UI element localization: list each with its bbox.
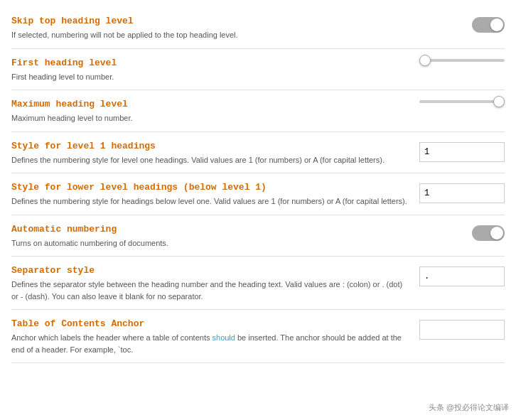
- setting-control-style-lower-level[interactable]: [419, 182, 505, 203]
- setting-row-max-heading-level: Maximum heading levelMaximum heading lev…: [11, 90, 505, 132]
- text-input-separator-style[interactable]: [419, 266, 505, 286]
- setting-title-first-heading-level: First heading level: [11, 58, 411, 68]
- setting-left-toc-anchor: Table of Contents AnchorAnchor which lab…: [11, 318, 411, 355]
- setting-left-first-heading-level: First heading levelFirst heading level t…: [11, 58, 411, 83]
- watermark: 头条 @投必得论文编译: [429, 402, 509, 413]
- setting-title-separator-style: Separator style: [11, 265, 411, 276]
- toggle-auto-numbering[interactable]: [472, 225, 505, 241]
- settings-container: Skip top heading levelIf selected, numbe…: [0, 0, 516, 370]
- toggle-track-skip-top-heading: [472, 17, 505, 33]
- setting-left-max-heading-level: Maximum heading levelMaximum heading lev…: [11, 99, 411, 124]
- setting-desc-toc-anchor: Anchor which labels the header where a t…: [11, 332, 411, 355]
- setting-title-auto-numbering: Automatic numbering: [11, 224, 411, 235]
- setting-title-max-heading-level: Maximum heading level: [11, 99, 411, 109]
- setting-desc-max-heading-level: Maximum heading level to number.: [11, 112, 411, 124]
- slider-first-heading-level[interactable]: [419, 59, 505, 62]
- highlight-should: should: [213, 333, 235, 342]
- setting-desc-style-level1: Defines the numbering style for level on…: [11, 154, 411, 166]
- setting-row-style-level1: Style for level 1 headingsDefines the nu…: [11, 132, 505, 174]
- setting-left-style-lower-level: Style for lower level headings (below le…: [11, 182, 411, 208]
- setting-desc-style-lower-level: Defines the numbering style for headings…: [11, 195, 411, 208]
- setting-row-auto-numbering: Automatic numberingTurns on automatic nu…: [11, 215, 505, 257]
- setting-row-separator-style: Separator styleDefines the separator sty…: [11, 257, 505, 310]
- toggle-track-auto-numbering: [472, 225, 505, 241]
- slider-wrapper-first-heading-level: [419, 59, 505, 62]
- setting-control-max-heading-level[interactable]: [419, 99, 505, 103]
- toggle-skip-top-heading[interactable]: [472, 17, 505, 33]
- setting-row-toc-anchor: Table of Contents AnchorAnchor which lab…: [11, 310, 505, 363]
- setting-left-skip-top-heading: Skip top heading levelIf selected, numbe…: [11, 16, 411, 41]
- setting-row-style-lower-level: Style for lower level headings (below le…: [11, 173, 505, 215]
- setting-left-separator-style: Separator styleDefines the separator sty…: [11, 265, 411, 302]
- setting-control-separator-style[interactable]: [419, 265, 505, 286]
- setting-row-first-heading-level: First heading levelFirst heading level t…: [11, 49, 505, 91]
- text-input-style-level1[interactable]: [419, 142, 505, 162]
- toggle-thumb-skip-top-heading: [490, 18, 503, 31]
- setting-desc-first-heading-level: First heading level to number.: [11, 71, 411, 83]
- setting-control-toc-anchor[interactable]: [419, 318, 505, 340]
- setting-row-skip-top-heading: Skip top heading levelIf selected, numbe…: [11, 7, 505, 49]
- slider-max-heading-level[interactable]: [419, 100, 505, 103]
- setting-desc-skip-top-heading: If selected, numbering will not be appli…: [11, 29, 411, 41]
- setting-control-auto-numbering[interactable]: [419, 224, 505, 241]
- setting-control-skip-top-heading[interactable]: [419, 16, 505, 33]
- setting-control-style-level1[interactable]: [419, 141, 505, 162]
- setting-desc-separator-style: Defines the separator style between the …: [11, 279, 411, 302]
- setting-left-style-level1: Style for level 1 headingsDefines the nu…: [11, 141, 411, 166]
- setting-left-auto-numbering: Automatic numberingTurns on automatic nu…: [11, 224, 411, 249]
- slider-wrapper-max-heading-level: [419, 100, 505, 103]
- text-input-toc-anchor[interactable]: [419, 320, 505, 340]
- setting-title-skip-top-heading: Skip top heading level: [11, 16, 411, 26]
- text-input-style-lower-level[interactable]: [419, 183, 505, 203]
- setting-title-style-level1: Style for level 1 headings: [11, 141, 411, 151]
- setting-title-toc-anchor: Table of Contents Anchor: [11, 318, 411, 329]
- setting-desc-auto-numbering: Turns on automatic numbering of document…: [11, 237, 411, 249]
- setting-title-style-lower-level: Style for lower level headings (below le…: [11, 182, 411, 193]
- toggle-thumb-auto-numbering: [490, 227, 503, 239]
- setting-control-first-heading-level[interactable]: [419, 58, 505, 62]
